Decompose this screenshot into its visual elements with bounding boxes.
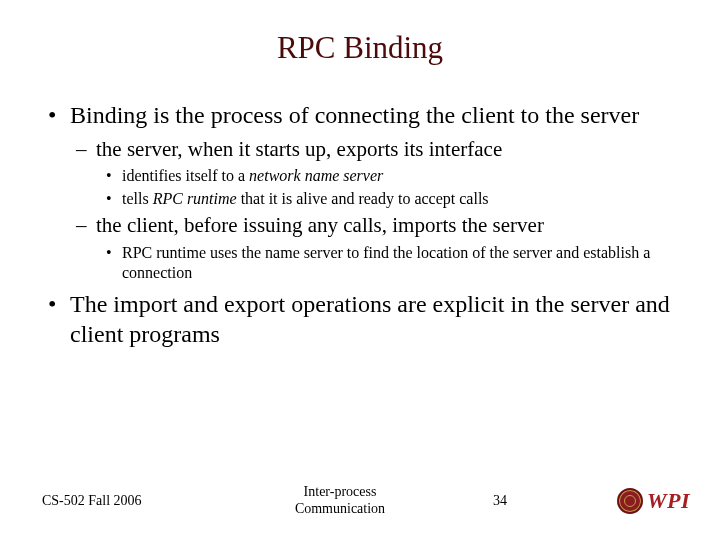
bullet-subsublist: • RPC runtime uses the name server to fi… bbox=[106, 243, 678, 283]
text-emphasis: network name server bbox=[249, 167, 383, 184]
dash-icon: – bbox=[76, 212, 96, 238]
bullet-lvl2: – the server, when it starts up, exports… bbox=[76, 136, 678, 162]
footer-logo: WPI bbox=[550, 488, 720, 514]
bullet-subsublist: • identifies itself to a network name se… bbox=[106, 166, 678, 209]
text-fragment: tells bbox=[122, 190, 153, 207]
bullet-dot-icon: • bbox=[106, 166, 122, 186]
slide-footer: CS-502 Fall 2006 Inter-process Communica… bbox=[0, 484, 720, 518]
dash-icon: – bbox=[76, 136, 96, 162]
footer-page-number: 34 bbox=[450, 493, 550, 509]
text-fragment: identifies itself to a bbox=[122, 167, 249, 184]
bullet-list: • The import and export operations are e… bbox=[48, 289, 678, 349]
footer-course: CS-502 Fall 2006 bbox=[0, 493, 230, 509]
wpi-wordmark: WPI bbox=[647, 488, 690, 514]
bullet-lvl3: • identifies itself to a network name se… bbox=[106, 166, 678, 186]
bullet-text: The import and export operations are exp… bbox=[70, 289, 678, 349]
bullet-sublist: – the server, when it starts up, exports… bbox=[76, 136, 678, 162]
bullet-list: • Binding is the process of connecting t… bbox=[48, 100, 678, 130]
footer-topic-line: Inter-process bbox=[230, 484, 450, 501]
bullet-lvl1: • Binding is the process of connecting t… bbox=[48, 100, 678, 130]
bullet-lvl2: – the client, before issuing any calls, … bbox=[76, 212, 678, 238]
slide-title: RPC Binding bbox=[42, 30, 678, 66]
bullet-text: tells RPC runtime that it is alive and r… bbox=[122, 189, 678, 209]
text-emphasis: RPC runtime bbox=[153, 190, 237, 207]
slide: RPC Binding • Binding is the process of … bbox=[0, 0, 720, 540]
bullet-dot-icon: • bbox=[48, 100, 70, 130]
bullet-lvl3: • RPC runtime uses the name server to fi… bbox=[106, 243, 678, 283]
bullet-text: identifies itself to a network name serv… bbox=[122, 166, 678, 186]
footer-topic: Inter-process Communication bbox=[230, 484, 450, 518]
bullet-dot-icon: • bbox=[106, 243, 122, 283]
bullet-lvl1: • The import and export operations are e… bbox=[48, 289, 678, 349]
wpi-seal-icon bbox=[617, 488, 643, 514]
bullet-text: Binding is the process of connecting the… bbox=[70, 100, 678, 130]
bullet-dot-icon: • bbox=[106, 189, 122, 209]
text-fragment: that it is alive and ready to accept cal… bbox=[237, 190, 489, 207]
bullet-lvl3: • tells RPC runtime that it is alive and… bbox=[106, 189, 678, 209]
bullet-text: the client, before issuing any calls, im… bbox=[96, 212, 678, 238]
bullet-dot-icon: • bbox=[48, 289, 70, 349]
bullet-sublist: – the client, before issuing any calls, … bbox=[76, 212, 678, 238]
bullet-text: RPC runtime uses the name server to find… bbox=[122, 243, 678, 283]
footer-topic-line: Communication bbox=[230, 501, 450, 518]
bullet-text: the server, when it starts up, exports i… bbox=[96, 136, 678, 162]
